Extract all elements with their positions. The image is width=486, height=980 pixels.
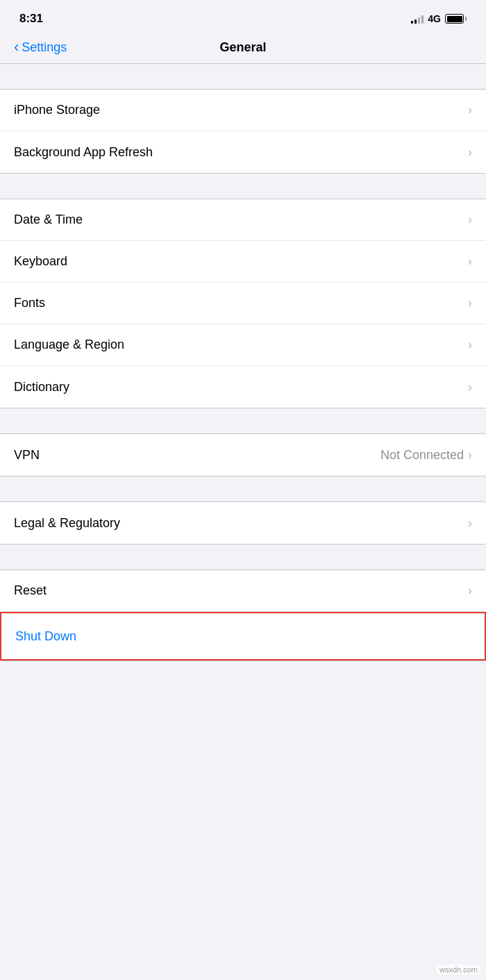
row-right: Not Connected › xyxy=(380,448,472,463)
settings-group-2: Date & Time › Keyboard › Fonts › Languag… xyxy=(0,199,486,408)
row-label: Keyboard xyxy=(14,254,67,269)
list-item[interactable]: Fonts › xyxy=(0,283,486,324)
chevron-right-icon: › xyxy=(468,145,472,160)
status-time: 8:31 xyxy=(19,12,43,26)
chevron-right-icon: › xyxy=(468,296,472,310)
row-label: Language & Region xyxy=(14,338,124,352)
chevron-right-icon: › xyxy=(468,254,472,269)
shutdown-label: Shut Down xyxy=(15,629,76,644)
row-right: › xyxy=(468,380,472,395)
section-gap-4 xyxy=(0,476,486,501)
vpn-status: Not Connected xyxy=(380,448,464,463)
list-item[interactable]: Keyboard › xyxy=(0,241,486,283)
settings-group-4: Legal & Regulatory › xyxy=(0,501,486,545)
back-button[interactable]: ‹ Settings xyxy=(14,40,67,55)
chevron-right-icon: › xyxy=(468,213,472,227)
row-right: › xyxy=(468,296,472,310)
settings-group-3: VPN Not Connected › xyxy=(0,433,486,476)
shutdown-button[interactable]: Shut Down xyxy=(0,612,486,661)
chevron-right-icon: › xyxy=(468,448,472,463)
list-item[interactable]: iPhone Storage › xyxy=(0,90,486,131)
list-item[interactable]: Background App Refresh › xyxy=(0,131,486,173)
list-item[interactable]: Legal & Regulatory › xyxy=(0,502,486,544)
page-title: General xyxy=(219,40,266,55)
row-label: iPhone Storage xyxy=(14,103,100,117)
row-right: › xyxy=(468,583,472,598)
chevron-right-icon: › xyxy=(468,103,472,117)
chevron-right-icon: › xyxy=(468,516,472,531)
list-item[interactable]: VPN Not Connected › xyxy=(0,434,486,476)
status-bar: 8:31 4G xyxy=(0,0,486,35)
list-item[interactable]: Language & Region › xyxy=(0,324,486,366)
row-label: VPN xyxy=(14,448,40,463)
battery-icon xyxy=(445,14,467,24)
row-label: Background App Refresh xyxy=(14,145,153,160)
back-label: Settings xyxy=(22,40,67,55)
chevron-right-icon: › xyxy=(468,583,472,598)
row-right: › xyxy=(468,145,472,160)
list-item[interactable]: Date & Time › xyxy=(0,199,486,241)
reset-label: Reset xyxy=(14,583,47,598)
settings-group-5: Reset › Shut Down xyxy=(0,570,486,661)
row-right: › xyxy=(468,516,472,531)
section-gap-2 xyxy=(0,174,486,199)
back-chevron-icon: ‹ xyxy=(14,40,19,55)
section-gap-3 xyxy=(0,408,486,433)
nav-bar: ‹ Settings General xyxy=(0,35,486,64)
status-icons: 4G xyxy=(411,13,467,24)
row-label: Fonts xyxy=(14,296,45,310)
chevron-right-icon: › xyxy=(468,338,472,352)
network-label: 4G xyxy=(428,13,441,24)
section-gap-bottom xyxy=(0,661,486,686)
row-label: Date & Time xyxy=(14,213,83,227)
list-item[interactable]: Dictionary › xyxy=(0,366,486,408)
watermark: wsxdn.com xyxy=(437,965,480,974)
list-item[interactable]: Reset › xyxy=(0,570,486,612)
row-right: › xyxy=(468,213,472,227)
section-gap-1 xyxy=(0,64,486,89)
row-label: Legal & Regulatory xyxy=(14,516,120,531)
row-right: › xyxy=(468,103,472,117)
row-right: › xyxy=(468,338,472,352)
signal-icon xyxy=(411,14,424,24)
settings-group-1: iPhone Storage › Background App Refresh … xyxy=(0,89,486,174)
row-label: Dictionary xyxy=(14,380,69,395)
row-right: › xyxy=(468,254,472,269)
section-gap-5 xyxy=(0,545,486,570)
chevron-right-icon: › xyxy=(468,380,472,395)
